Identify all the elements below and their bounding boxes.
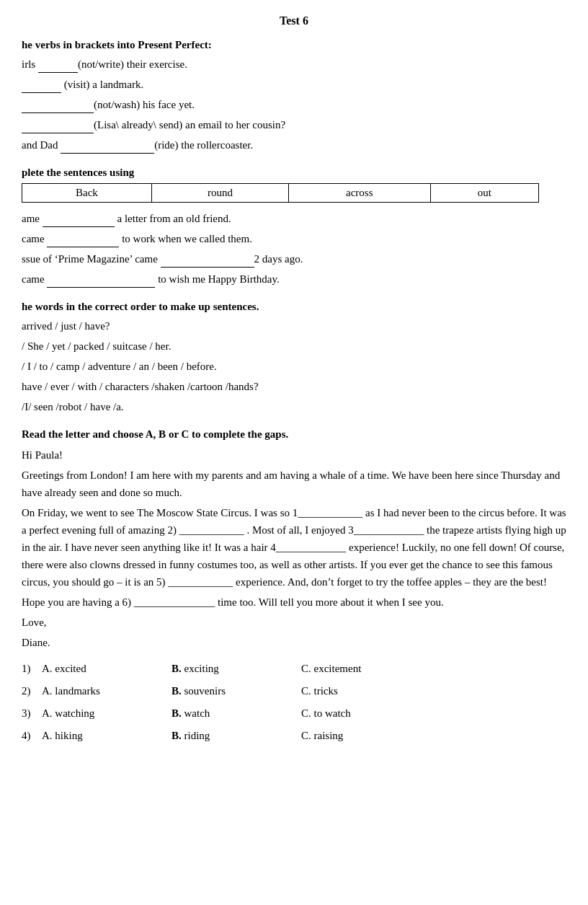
blank-1-1	[38, 61, 78, 73]
sec3-line3: / I / to / camp / adventure / an / been …	[22, 358, 566, 375]
ans4-a: A. hiking	[42, 730, 172, 742]
ans2-num: 2)	[22, 685, 42, 697]
ans3-num: 3)	[22, 707, 42, 720]
section1: he verbs in brackets into Present Perfec…	[22, 39, 566, 154]
ex1-line5: and Dad (ride) the rollercoaster.	[22, 136, 566, 154]
word-out: out	[430, 184, 539, 203]
ans1-a: A. excited	[42, 663, 172, 675]
section4-heading: Read the letter and choose A, B or C to …	[22, 428, 566, 441]
section4: Read the letter and choose A, B or C to …	[22, 428, 566, 742]
letter-body: Hi Paula! Greetings from London! I am he…	[22, 446, 566, 651]
answer-row-4: 4) A. hiking B. riding C. raising	[22, 730, 566, 742]
sec3-line4: have / ever / with / characters /shaken …	[22, 378, 566, 395]
sec2-line2: came to work when we called them.	[22, 230, 566, 247]
word-round: round	[151, 184, 288, 203]
word-table: Back round across out	[22, 183, 539, 203]
blank-1-5	[61, 142, 154, 154]
blank-2-3	[161, 256, 254, 268]
blank-1-3	[22, 102, 94, 113]
section3: he words in the correct order to make up…	[22, 301, 566, 415]
ans3-b: B. watch	[172, 707, 301, 720]
ex1-line4: (Lisa\ already\ send) an email to her co…	[22, 116, 566, 133]
ex1-line1: irls (not/write) their exercise.	[22, 56, 566, 73]
letter-para2: On Friday, we went to see The Moscow Sta…	[22, 504, 566, 591]
line1-prefix: irls	[22, 58, 38, 70]
word-across: across	[289, 184, 431, 203]
sec3-line5: /I/ seen /robot / have /a.	[22, 398, 566, 415]
line4-verb: (Lisa\ already\ send) an email to her co…	[94, 119, 285, 131]
answer-row-2: 2) A. landmarks B. souvenirs C. tricks	[22, 685, 566, 697]
section3-heading: he words in the correct order to make up…	[22, 301, 566, 313]
ans1-b: B. exciting	[172, 663, 301, 675]
word-back: Back	[22, 184, 152, 203]
ex1-line3: (not/wash) his face yet.	[22, 96, 566, 113]
ans2-b: B. souvenirs	[172, 685, 301, 697]
answer-row-1: 1) A. excited B. exciting C. excitement	[22, 663, 566, 675]
sec2-line1: ame a letter from an old friend.	[22, 210, 566, 227]
ans2-c: C. tricks	[301, 685, 431, 697]
blank-1-2	[22, 81, 61, 93]
ans3-c: C. to watch	[301, 707, 431, 720]
letter-para1: Greetings from London! I am here with my…	[22, 467, 566, 501]
sec3-line1: arrived / just / have?	[22, 317, 566, 335]
letter-salutation: Hi Paula!	[22, 446, 566, 464]
ans4-num: 4)	[22, 730, 42, 742]
section1-heading: he verbs in brackets into Present Perfec…	[22, 39, 566, 51]
answer-choices: 1) A. excited B. exciting C. excitement …	[22, 663, 566, 742]
line2-verb: (visit) a landmark.	[61, 79, 143, 90]
blank-2-4	[47, 276, 155, 288]
ans4-b: B. riding	[172, 730, 301, 742]
sec2-line3: ssue of ‘Prime Magazine’ came 2 days ago…	[22, 250, 566, 268]
blank-2-1	[43, 216, 115, 227]
line1-verb: (not/write) their exercise.	[78, 58, 187, 70]
blank-2-2	[47, 236, 119, 247]
letter-signature: Diane.	[22, 634, 566, 651]
sec3-line2: / She / yet / packed / suitcase / her.	[22, 337, 566, 355]
section2: plete the sentences using Back round acr…	[22, 167, 566, 288]
line5-prefix: and Dad	[22, 139, 61, 151]
section2-heading: plete the sentences using	[22, 167, 566, 179]
blank-1-4	[22, 122, 94, 133]
page-title: Test 6	[22, 14, 566, 27]
sec2-line4: came to wish me Happy Birthday.	[22, 270, 566, 288]
ans2-a: A. landmarks	[42, 685, 172, 697]
letter-para3: Hope you are having a 6) _______________…	[22, 593, 566, 611]
letter-closing: Love,	[22, 614, 566, 631]
ans1-num: 1)	[22, 663, 42, 675]
line5-verb: (ride) the rollercoaster.	[154, 139, 253, 151]
ex1-line2: (visit) a landmark.	[22, 76, 566, 93]
line3-verb: (not/wash) his face yet.	[94, 99, 195, 110]
ans3-a: A. watching	[42, 707, 172, 720]
ans4-c: C. raising	[301, 730, 431, 742]
answer-row-3: 3) A. watching B. watch C. to watch	[22, 707, 566, 720]
ans1-c: C. excitement	[301, 663, 431, 675]
